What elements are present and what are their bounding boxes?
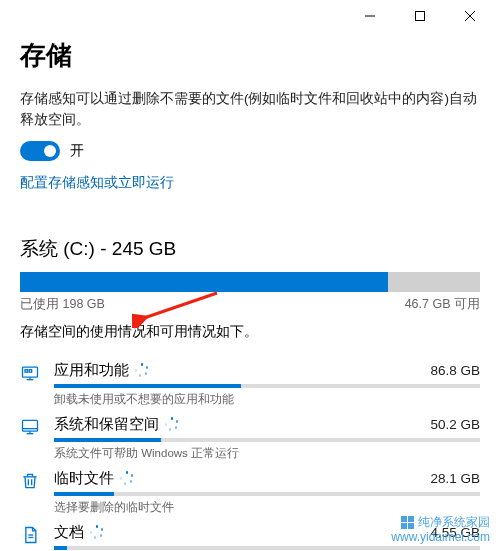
- maximize-button[interactable]: [404, 6, 436, 26]
- svg-rect-5: [25, 370, 28, 373]
- drive-title: 系统 (C:) - 245 GB: [20, 236, 480, 262]
- watermark-brand: 纯净系统家园: [418, 515, 490, 530]
- drive-usage-bar: [20, 272, 480, 292]
- category-usage-bar: [54, 384, 480, 388]
- storage-category-item[interactable]: 临时文件 28.1 GB 选择要删除的临时文件: [20, 463, 480, 517]
- configure-storage-sense-link[interactable]: 配置存储感知或立即运行: [20, 174, 174, 192]
- usage-description: 存储空间的使用情况和可用情况如下。: [20, 323, 480, 341]
- storage-category-item[interactable]: 系统和保留空间 50.2 GB 系统文件可帮助 Windows 正常运行: [20, 409, 480, 463]
- category-name: 文档: [54, 523, 84, 542]
- svg-rect-9: [23, 420, 38, 431]
- doc-icon: [20, 523, 42, 549]
- apps-icon: [20, 361, 42, 387]
- system-icon: [20, 415, 42, 441]
- category-description: 系统文件可帮助 Windows 正常运行: [54, 446, 480, 461]
- storage-sense-toggle[interactable]: [20, 141, 60, 161]
- page-title: 存储: [20, 38, 480, 73]
- window-controls: [354, 0, 500, 28]
- category-usage-bar: [54, 492, 480, 496]
- svg-rect-1: [416, 12, 425, 21]
- category-description: 卸载未使用或不想要的应用和功能: [54, 392, 480, 407]
- category-name: 应用和功能: [54, 361, 129, 380]
- close-button[interactable]: [454, 6, 486, 26]
- category-name: 临时文件: [54, 469, 114, 488]
- storage-sense-description: 存储感知可以通过删除不需要的文件(例如临时文件和回收站中的内容)自动释放空间。: [20, 89, 480, 131]
- category-size: 28.1 GB: [430, 471, 480, 486]
- drive-free-label: 46.7 GB 可用: [405, 296, 480, 313]
- category-size: 86.8 GB: [430, 363, 480, 378]
- watermark-url: www.yidaimei.com: [391, 530, 490, 545]
- storage-category-item[interactable]: 应用和功能 86.8 GB 卸载未使用或不想要的应用和功能: [20, 355, 480, 409]
- toggle-state-label: 开: [70, 142, 84, 160]
- category-usage-bar: [54, 546, 480, 550]
- category-name: 系统和保留空间: [54, 415, 159, 434]
- category-size: 50.2 GB: [430, 417, 480, 432]
- category-usage-bar: [54, 438, 480, 442]
- trash-icon: [20, 469, 42, 495]
- watermark: 纯净系统家园 www.yidaimei.com: [391, 511, 490, 545]
- svg-rect-6: [29, 370, 32, 373]
- minimize-button[interactable]: [354, 6, 386, 26]
- drive-used-label: 已使用 198 GB: [20, 296, 105, 313]
